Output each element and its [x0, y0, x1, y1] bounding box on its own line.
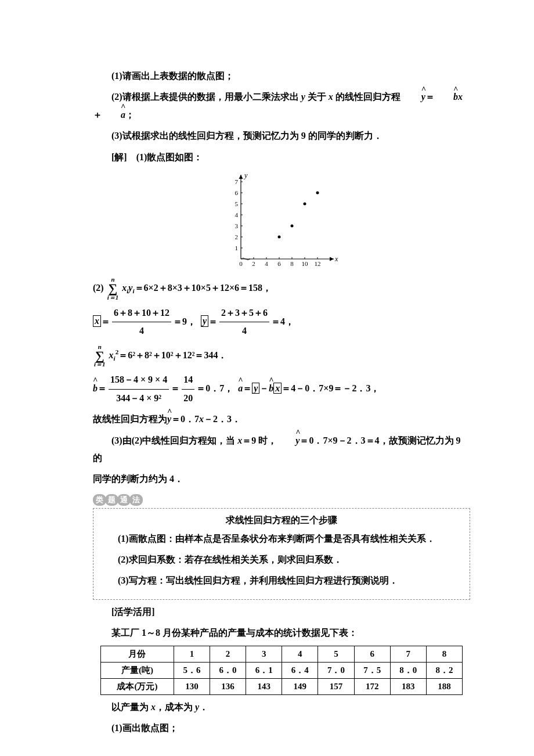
at-b: ，成本为 — [156, 702, 195, 712]
svg-point-32 — [291, 224, 294, 227]
table-cell: 172 — [354, 678, 390, 694]
box-title: 求线性回归方程的三个步骤 — [99, 514, 464, 527]
table-cell: 136 — [210, 678, 246, 694]
table-cell: 8．2 — [426, 662, 462, 678]
svg-text:4: 4 — [235, 211, 239, 218]
eq-sum-x2: n∑i＝1 xi2＝6²＋8²＋10²＋12²＝344． — [93, 344, 470, 368]
xi2-sub: i — [114, 354, 116, 361]
ybar2: y — [252, 383, 259, 394]
xbar-frac: 6＋8＋10＋124 — [112, 304, 171, 340]
table-cell: 月份 — [101, 646, 174, 662]
bhat-frac2: 1420 — [182, 371, 194, 407]
badge-2: 题 — [105, 494, 118, 506]
part3-line2: 同学的判断力约为 4． — [93, 470, 470, 488]
badge-row: 类题通法 — [93, 494, 470, 506]
eq-sign: ＝ — [425, 92, 435, 102]
xbar2: x — [273, 383, 282, 394]
box-step-3: (3)写方程：写出线性回归方程，并利用线性回归方程进行预测说明． — [99, 572, 464, 589]
reg-c: －2．3． — [204, 414, 241, 424]
svg-text:8: 8 — [290, 260, 294, 267]
svg-text:5: 5 — [235, 200, 239, 207]
p3b: ＝9 时， — [242, 435, 277, 445]
table-cell: 130 — [174, 678, 210, 694]
svg-text:y: y — [244, 172, 248, 179]
eq-means: x＝6＋8＋10＋124＝9， y＝2＋3＋5＋64＝4， — [93, 304, 470, 340]
eq-sum-xy: (2) n∑i＝1 xiyi＝6×2＋8×3＋10×5＋12×6＝158， — [93, 276, 470, 301]
table-cell: 183 — [390, 678, 426, 694]
ybar-frac: 2＋3＋5＋64 — [219, 304, 269, 340]
eq2-pre: (2) — [93, 283, 106, 293]
table-row: 月份12345678 — [101, 646, 463, 662]
reg-y: y — [167, 411, 171, 428]
sumx2-body: ＝6²＋8²＋10²＋12²＝344． — [118, 350, 227, 359]
svg-text:7: 7 — [235, 178, 239, 185]
badge-4: 法 — [129, 494, 143, 506]
table-cell: 5．6 — [174, 662, 210, 678]
svg-text:10: 10 — [302, 260, 309, 267]
scatter-svg: 0 24681012 1234567 x y — [223, 172, 340, 271]
badge-1: 类 — [93, 494, 106, 506]
at-a: 以产量为 — [111, 702, 151, 712]
table-cell: 2 — [210, 646, 246, 662]
after-table: 以产量为 x，成本为 y． — [93, 699, 470, 716]
xi2: x — [109, 350, 114, 359]
ybar-eq: ＝4， — [271, 316, 294, 326]
bhat-frac1: 158－4 × 9 × 4344－4 × 9² — [109, 371, 169, 407]
scatter-chart: 0 24681012 1234567 x y — [93, 172, 470, 273]
p3a: (3)由(2)中线性回归方程知，当 — [111, 435, 237, 445]
eq-x: x — [458, 92, 463, 102]
bhat: b — [435, 88, 458, 106]
box-step-2: (2)求回归系数：若存在线性相关关系，则求回归系数． — [99, 551, 464, 568]
question-3: (3)试根据求出的线性回归方程，预测记忆力为 9 的同学的判断力． — [93, 127, 470, 145]
q2-y: y — [301, 92, 305, 102]
q2-mid: 关于 — [305, 92, 329, 102]
svg-text:3: 3 — [235, 222, 239, 229]
sigma-icon: n∑i＝1 — [107, 276, 119, 301]
table-row: 成本(万元)130136143149157172183188 — [101, 678, 463, 694]
at-x: x — [151, 702, 156, 712]
svg-text:x: x — [334, 255, 338, 263]
q2-end: ； — [125, 110, 135, 120]
bhat-val: ＝0．7， — [196, 383, 233, 393]
last-question: (1)画出散点图； — [93, 719, 470, 737]
p3y: y — [277, 432, 300, 449]
q2-x: x — [329, 92, 333, 102]
table-cell: 6．4 — [282, 662, 318, 678]
table-cell: 成本(万元) — [101, 678, 174, 694]
table-cell: 5 — [318, 646, 354, 662]
bhat-sym2: b — [269, 380, 273, 397]
table-cell: 149 — [282, 678, 318, 694]
table-cell: 3 — [246, 646, 282, 662]
table-cell: 157 — [318, 678, 354, 694]
svg-text:6: 6 — [235, 189, 239, 196]
svg-point-31 — [278, 235, 281, 238]
ybar: y — [201, 315, 208, 327]
bhat-sym: b — [93, 380, 98, 397]
ahat-eq: ＝ — [243, 383, 252, 393]
table-cell: 143 — [246, 678, 282, 694]
ahat: a — [102, 106, 125, 124]
svg-text:6: 6 — [277, 260, 281, 267]
svg-point-34 — [316, 191, 319, 194]
plus-sign: ＋ — [93, 110, 102, 120]
method-box: 求线性回归方程的三个步骤 (1)画散点图：由样本点是否呈条状分布来判断两个量是否… — [93, 508, 470, 600]
page: (1)请画出上表数据的散点图； (2)请根据上表提供的数据，用最小二乘法求出 y… — [0, 0, 534, 756]
table-cell: 6 — [354, 646, 390, 662]
bhat-mid: ＝ — [171, 383, 180, 393]
svg-text:2: 2 — [252, 260, 255, 267]
table-row: 产量(吨)5．66．06．16．47．07．58．08．2 — [101, 662, 463, 678]
eq-bhat: b＝158－4 × 9 × 4344－4 × 9²＝1420＝0．7， a＝y－… — [93, 371, 470, 407]
sigma-icon-2: n∑i＝1 — [94, 344, 106, 368]
table-cell: 7 — [390, 646, 426, 662]
part3-line1: (3)由(2)中线性回归方程知，当 x＝9 时，y＝0．7×9－2．3＝4，故预… — [93, 432, 470, 467]
ahat-body: ＝4－0．7×9＝－2．3， — [282, 383, 380, 393]
q2-text-a: (2)请根据上表提供的数据，用最小二乘法求出 — [111, 92, 301, 102]
table-cell: 4 — [282, 646, 318, 662]
table-cell: 产量(吨) — [101, 662, 174, 678]
apply-head: [活学活用] — [93, 603, 470, 621]
table-cell: 8 — [426, 646, 462, 662]
yhat: y — [403, 88, 425, 106]
svg-text:12: 12 — [315, 260, 321, 267]
svg-text:2: 2 — [235, 233, 239, 240]
svg-point-33 — [304, 202, 306, 205]
